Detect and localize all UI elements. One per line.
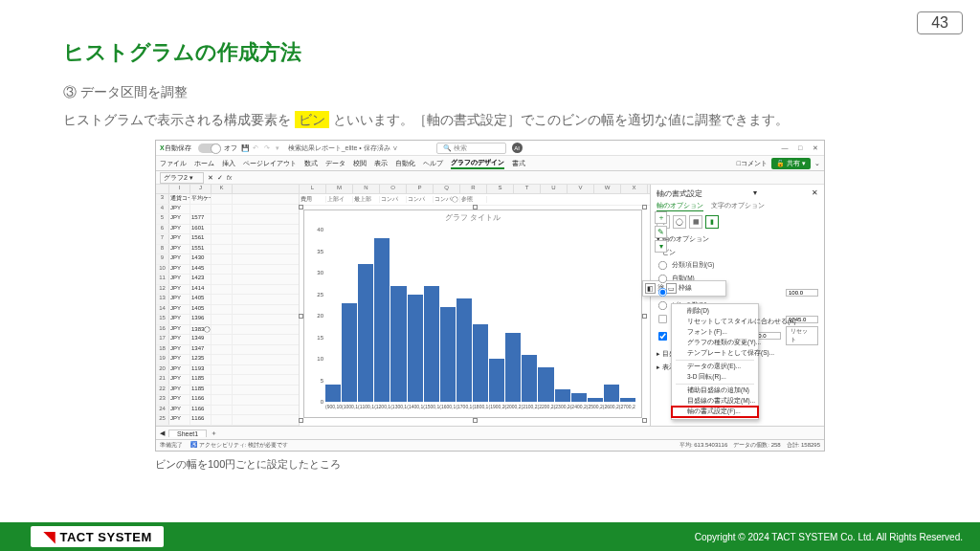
context-menu-item[interactable]: 3-D 回転(R)...: [672, 372, 758, 383]
histogram-chart[interactable]: グラフ タイトル 0510152025303540 (900,1000](100…: [303, 209, 642, 418]
tab-format[interactable]: 書式: [512, 159, 525, 168]
table-row[interactable]: 21JPY1185: [156, 375, 299, 386]
table-row[interactable]: 7JPY1561: [156, 234, 299, 245]
pane-dropdown-icon[interactable]: ▾: [753, 188, 757, 199]
col-header[interactable]: U: [541, 185, 568, 193]
status-accessibility[interactable]: ♿ アクセシビリティ: 検討が必要です: [190, 441, 288, 450]
sheet-tab[interactable]: Sheet1: [168, 430, 207, 437]
tab-view[interactable]: 表示: [374, 159, 388, 168]
table-row[interactable]: 5JPY1577: [156, 214, 299, 225]
table-row[interactable]: 25JPY1166: [156, 415, 299, 426]
histogram-bar[interactable]: [522, 355, 537, 403]
table-row[interactable]: 17JPY1349: [156, 335, 299, 345]
col-header[interactable]: I: [169, 185, 190, 193]
table-row[interactable]: 24JPY1166: [156, 406, 299, 416]
col-header[interactable]: V: [568, 185, 594, 193]
context-menu-item[interactable]: 削除(D): [672, 306, 758, 317]
tab-chartdesign[interactable]: グラフのデザイン: [451, 158, 504, 169]
histogram-bar[interactable]: [408, 295, 423, 403]
col-header[interactable]: J: [190, 185, 212, 193]
histogram-bar[interactable]: [358, 264, 373, 402]
fx-cancel-icon[interactable]: ✕: [208, 174, 213, 182]
close-icon[interactable]: ✕: [811, 144, 820, 152]
table-row[interactable]: 19JPY1235: [156, 355, 299, 365]
table-row[interactable]: 22JPY1185: [156, 386, 299, 396]
tab-layout[interactable]: ページレイアウト: [243, 159, 297, 168]
table-row[interactable]: 9JPY1430: [156, 254, 299, 265]
table-row[interactable]: 3通貨コー平均ケー: [156, 194, 299, 205]
outline-swatch-icon[interactable]: ▭: [666, 283, 677, 294]
table-row[interactable]: 18JPY1347: [156, 345, 299, 356]
tab-automate[interactable]: 自動化: [395, 159, 415, 168]
collapse-ribbon-icon[interactable]: ⌄: [814, 160, 820, 167]
outline-label[interactable]: 枠線: [679, 284, 692, 293]
col-header[interactable]: S: [487, 185, 514, 193]
spreadsheet-grid[interactable]: I J K 3通貨コー平均ケー4JPY5JPY15776JPY16017JPY1…: [156, 185, 300, 426]
col-header[interactable]: L: [300, 185, 326, 193]
col-header[interactable]: X: [621, 185, 648, 193]
context-menu-item[interactable]: 補助目盛線の追加(N): [672, 386, 758, 396]
histogram-bar[interactable]: [325, 385, 341, 402]
filename[interactable]: 検索結果レポート_elite • 保存済み ∨: [288, 143, 398, 153]
col-header[interactable]: P: [407, 185, 434, 193]
chart-brush-icon[interactable]: ✎: [655, 226, 667, 238]
account-icon[interactable]: AI: [512, 143, 523, 153]
maximize-icon[interactable]: □: [795, 144, 805, 152]
pane-tab-axis[interactable]: 軸のオプション: [657, 202, 703, 211]
tab-file[interactable]: ファイル: [160, 159, 187, 168]
col-header[interactable]: T: [514, 185, 541, 193]
chart-plus-icon[interactable]: ＋: [655, 211, 667, 224]
chart-filter-icon[interactable]: ▾: [655, 240, 667, 253]
histogram-bar[interactable]: [538, 367, 553, 402]
bin-width-input[interactable]: [786, 289, 818, 297]
histogram-bar[interactable]: [473, 324, 488, 402]
table-row[interactable]: 16JPY1383◯: [156, 325, 299, 336]
save-icon[interactable]: 💾: [241, 144, 250, 152]
autosave-toggle[interactable]: [198, 143, 221, 153]
table-row[interactable]: 4JPY: [156, 205, 299, 215]
mini-toolbar[interactable]: ◧ 塗 ▭ 枠線: [642, 280, 726, 297]
col-header[interactable]: W: [594, 185, 621, 193]
histogram-bar[interactable]: [440, 307, 456, 402]
histogram-bar[interactable]: [489, 359, 504, 402]
x-axis[interactable]: (900,1000](1000,1100](1100,1200](1200,13…: [325, 404, 635, 415]
histogram-bar[interactable]: [457, 298, 472, 402]
context-menu-item[interactable]: データの選択(E)...: [672, 362, 758, 372]
col-header[interactable]: K: [212, 185, 233, 193]
col-header[interactable]: N: [353, 185, 380, 193]
sheet-nav-prev-icon[interactable]: ◀: [160, 430, 165, 437]
histogram-bar[interactable]: [505, 333, 521, 402]
reset-button[interactable]: リセット: [786, 326, 818, 345]
comments-button[interactable]: □コメント: [737, 159, 768, 168]
histogram-bar[interactable]: [342, 303, 357, 403]
table-row[interactable]: 11JPY1423: [156, 275, 299, 285]
tab-formulas[interactable]: 数式: [304, 159, 318, 168]
y-axis[interactable]: 0510152025303540: [306, 230, 325, 402]
radio-by-category[interactable]: 分類項目別(G): [657, 259, 818, 272]
search-input[interactable]: 🔍 検索: [436, 143, 506, 154]
tab-help[interactable]: ヘルプ: [423, 159, 443, 168]
share-button[interactable]: 🔓 共有 ▾: [771, 158, 811, 169]
tab-data[interactable]: データ: [325, 159, 345, 168]
table-row[interactable]: 13JPY1405: [156, 295, 299, 305]
col-header[interactable]: O: [380, 185, 407, 193]
pane-axis-icon[interactable]: ▮: [705, 215, 719, 229]
col-header[interactable]: Q: [434, 185, 460, 193]
col-header[interactable]: M: [326, 185, 353, 193]
redo-icon[interactable]: ↷: [264, 144, 270, 152]
chart-title[interactable]: グラフ タイトル: [304, 210, 641, 225]
histogram-bar[interactable]: [604, 385, 619, 402]
fill-swatch-icon[interactable]: ◧: [645, 283, 656, 294]
histogram-bar[interactable]: [555, 389, 570, 403]
sheet-add-icon[interactable]: ＋: [211, 429, 217, 438]
section-axis-options[interactable]: ▾ 軸のオプション: [657, 234, 818, 244]
tab-insert[interactable]: 挿入: [222, 159, 235, 168]
table-row[interactable]: 15JPY1396: [156, 315, 299, 325]
tab-review[interactable]: 校閲: [353, 159, 367, 168]
histogram-bar[interactable]: [390, 286, 406, 403]
histogram-bar[interactable]: [571, 393, 587, 402]
fx-icon[interactable]: fx: [227, 174, 232, 181]
context-menu-item[interactable]: テンプレートとして保存(S)...: [672, 348, 758, 359]
table-row[interactable]: 14JPY1405: [156, 305, 299, 316]
histogram-bar[interactable]: [424, 286, 439, 403]
